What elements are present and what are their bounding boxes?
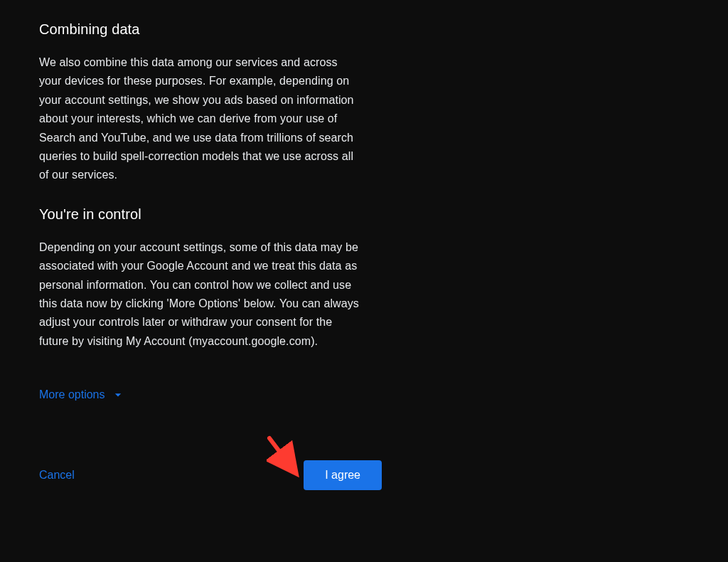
section-combining-data: Combining data We also combine this data… [39,21,359,185]
section-body-control: Depending on your account settings, some… [39,238,359,351]
section-heading-combining: Combining data [39,21,359,38]
section-heading-control: You're in control [39,206,359,223]
dialog-button-row: Cancel I agree [39,460,382,490]
dialog-content: Combining data We also combine this data… [0,0,398,511]
chevron-down-icon [111,388,125,402]
more-options-button[interactable]: More options [39,388,125,402]
cancel-button[interactable]: Cancel [39,469,75,482]
agree-button[interactable]: I agree [304,460,382,490]
section-body-combining: We also combine this data among our serv… [39,53,359,185]
more-options-label: More options [39,388,105,401]
section-youre-in-control: You're in control Depending on your acco… [39,206,359,351]
